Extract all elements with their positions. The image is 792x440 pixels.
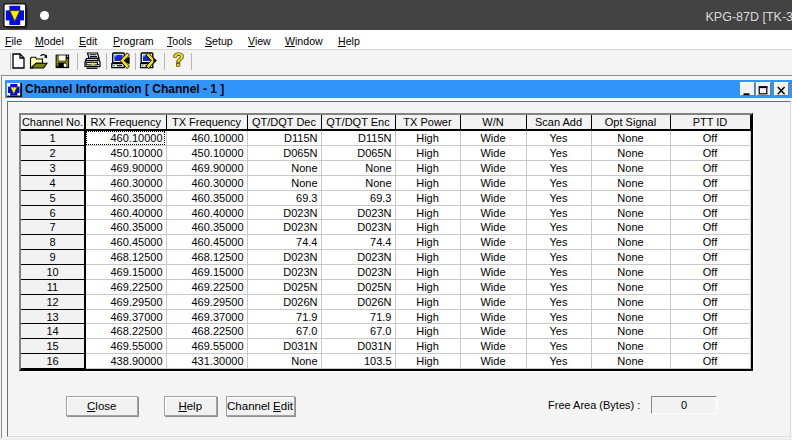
svg-text:?: ? [173,51,184,70]
